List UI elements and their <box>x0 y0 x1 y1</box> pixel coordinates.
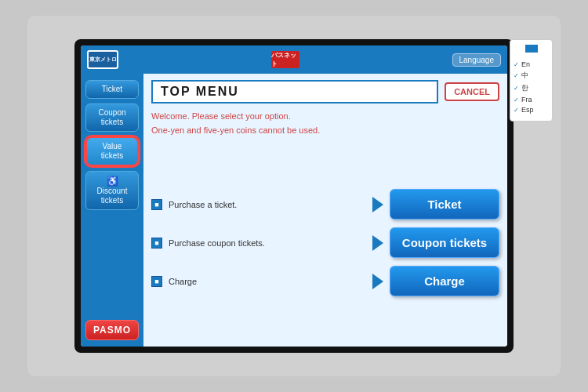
coupon-option-button[interactable]: Coupon tickets <box>390 227 499 258</box>
charge-checkbox[interactable]: ■ <box>151 276 162 287</box>
ticket-sidebar-button[interactable]: Ticket <box>85 80 139 99</box>
machine-frame: ✓ En ✓ 中 ✓ 한 ✓ Fra ✓ Esp 東京メトロ <box>27 16 561 376</box>
discount-sidebar-button[interactable]: ♿Discounttickets <box>85 171 139 210</box>
coupon-option-row: ■ Purchase coupon tickets. Coupon ticket… <box>151 227 499 258</box>
value-tickets-sidebar-button[interactable]: Valuetickets <box>85 136 139 166</box>
lang-french[interactable]: ✓ Fra <box>514 96 549 103</box>
ticket-option-label: Purchase a ticket. <box>169 200 366 209</box>
lang-english[interactable]: ✓ En <box>514 60 549 68</box>
disability-icon: ♿ <box>107 176 118 187</box>
cancel-button[interactable]: CANCEL <box>445 82 499 101</box>
ticket-option-row: ■ Purchase a ticket. Ticket <box>151 189 499 220</box>
welcome-line1: Welcome. Please select your option. <box>151 110 499 124</box>
charge-option-row: ■ Charge Charge <box>151 266 499 296</box>
welcome-line2: One-yen and five-yen coins cannot be use… <box>151 124 499 138</box>
ticket-option-button[interactable]: Ticket <box>390 189 499 220</box>
right-panel: TOP MENU CANCEL Welcome. Please select y… <box>143 74 507 347</box>
screen-inner: 東京メトロ バスネット Language Ticket Couponticket… <box>81 45 507 347</box>
coupon-sidebar-button[interactable]: Coupontickets <box>85 103 139 132</box>
ticket-checkbox[interactable]: ■ <box>151 199 162 210</box>
logo-area: 東京メトロ <box>87 50 118 69</box>
lang-korean[interactable]: ✓ 한 <box>514 83 549 93</box>
lang-spanish[interactable]: ✓ Esp <box>514 106 549 114</box>
coupon-option-label: Purchase coupon tickets. <box>169 238 366 248</box>
title-bar: TOP MENU CANCEL <box>151 80 499 103</box>
sidebar: Ticket Coupontickets Valuetickets ♿Disco… <box>81 74 143 347</box>
screen-outer: 東京メトロ バスネット Language Ticket Couponticket… <box>74 39 514 353</box>
coupon-arrow[interactable] <box>372 235 383 251</box>
language-button[interactable]: Language <box>452 53 502 67</box>
coupon-checkbox[interactable]: ■ <box>151 238 162 249</box>
metro-logo: 東京メトロ <box>87 50 118 69</box>
language-panel: ✓ En ✓ 中 ✓ 한 ✓ Fra ✓ Esp <box>510 39 553 122</box>
charge-option-label: Charge <box>169 277 366 286</box>
pasmo-sidebar-button[interactable]: PASMO <box>85 320 139 340</box>
top-bar: 東京メトロ バスネット Language <box>81 45 507 74</box>
lang-chinese[interactable]: ✓ 中 <box>514 71 549 81</box>
charge-option-button[interactable]: Charge <box>390 266 499 296</box>
charge-arrow[interactable] <box>372 274 383 289</box>
flag-icon <box>525 45 538 53</box>
welcome-message: Welcome. Please select your option. One-… <box>151 110 499 137</box>
ticket-arrow[interactable] <box>372 197 383 212</box>
main-content: Ticket Coupontickets Valuetickets ♿Disco… <box>81 74 507 347</box>
menu-options: ■ Purchase a ticket. Ticket ■ Purchase c… <box>151 145 499 340</box>
screen-title: TOP MENU <box>151 80 438 103</box>
pasmo-top-logo: バスネット <box>271 51 299 68</box>
